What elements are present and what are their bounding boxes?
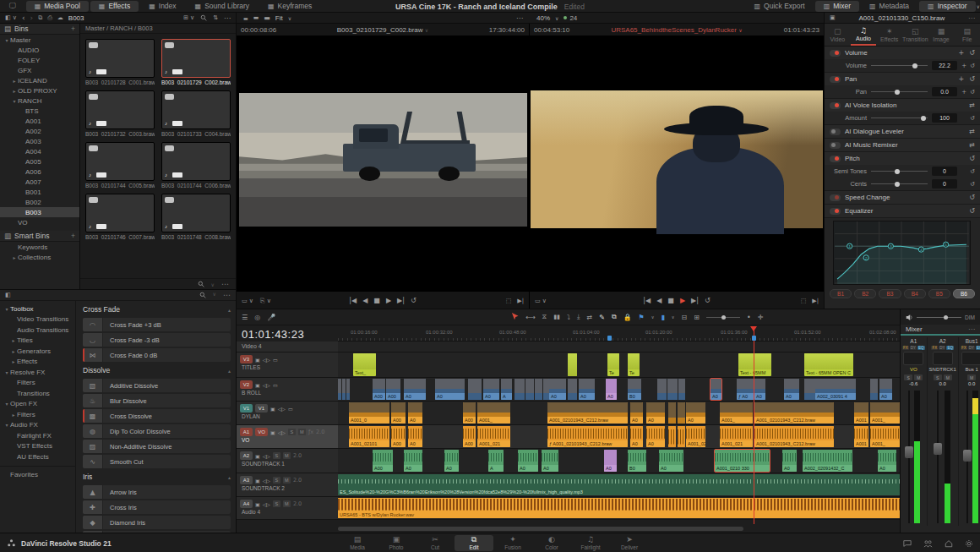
mute-button[interactable]: M: [283, 452, 291, 459]
link-icon[interactable]: ⧉: [612, 313, 617, 321]
eq-band-b6[interactable]: B6: [953, 289, 975, 298]
timeline-clip[interactable]: [804, 379, 815, 400]
autoselect-icon[interactable]: ◁▷: [263, 382, 270, 388]
step-back-icon[interactable]: ◀: [656, 297, 662, 304]
track-header-audio-4[interactable]: A4▣◁▷SM2.0Audio 4: [237, 497, 338, 520]
timeline-marker[interactable]: [607, 336, 612, 341]
cloud-icon[interactable]: ☁: [57, 14, 63, 21]
dynamic-trim-icon[interactable]: ⧖: [542, 313, 547, 321]
timeline-clip[interactable]: A0: [646, 426, 665, 447]
settings-icon[interactable]: ⇄: [969, 101, 975, 109]
slider-knob[interactable]: [895, 169, 900, 174]
mute-button[interactable]: M: [283, 477, 291, 484]
tab-file[interactable]: ▤File: [954, 24, 980, 46]
bin-old-proxy[interactable]: ▸OLD PROXY: [0, 85, 79, 96]
media-clip[interactable]: ♪B003_02101744_C005.braw: [85, 142, 155, 189]
timeline-view-options-icon[interactable]: ☰: [242, 314, 248, 321]
solo-button[interactable]: S: [288, 429, 296, 435]
timeline-clip[interactable]: A0: [579, 379, 595, 400]
timeline-clip[interactable]: ƒ A0: [737, 379, 754, 400]
chip-eq[interactable]: EQ: [917, 346, 925, 350]
toggle-ai-music-remixer[interactable]: [830, 142, 841, 149]
select-mode-icon[interactable]: [511, 313, 519, 321]
timeline-clip[interactable]: A0: [782, 450, 797, 472]
lock-icon[interactable]: ▣: [270, 429, 275, 435]
timeline-clip[interactable]: A0: [630, 426, 643, 447]
top-button-inspector[interactable]: ▥Inspector: [919, 1, 976, 12]
solo-button[interactable]: S: [904, 374, 912, 380]
track-badge-a1[interactable]: A1: [240, 428, 253, 436]
track-fx-icon[interactable]: ƒx: [308, 429, 313, 435]
page-tab-photo[interactable]: ▣Photo: [377, 533, 416, 552]
source-clip-name[interactable]: B003_02101729_C002.braw ∨: [276, 26, 488, 34]
param-value[interactable]: 100: [932, 113, 957, 123]
expander-icon[interactable]: ▾: [11, 98, 18, 104]
track-lane-vo[interactable]: A001_02101A00A0A00A001_021ƒ A001_0210194…: [338, 425, 900, 449]
source-options-icon[interactable]: ⋯: [516, 14, 523, 22]
toggle-equalizer[interactable]: [830, 208, 841, 215]
timeline-clip[interactable]: A0: [404, 379, 426, 400]
thumb-icon[interactable]: ▭: [273, 357, 278, 363]
autoselect-icon[interactable]: ◁▷: [278, 406, 286, 412]
track-badge-a2[interactable]: A2: [240, 451, 253, 460]
fx-item-cross-fade-3-db[interactable]: ◡Cross Fade -3 dB: [83, 333, 231, 347]
slider-knob[interactable]: [895, 182, 900, 187]
bin-audio[interactable]: AUDIO: [0, 45, 79, 55]
lock-icon[interactable]: ▣: [255, 453, 260, 459]
track-header-soundtrack-1[interactable]: A2▣◁▷SM2.0SOUNDTRACK 1: [237, 449, 338, 473]
fx-tree-fairlight-fx[interactable]: Fairlight FX: [0, 430, 75, 441]
track-lane-titles[interactable]: Text_TeTeText - 65MMText - 65MM OPEN C: [338, 353, 900, 378]
timeline-clip[interactable]: B0: [628, 379, 641, 400]
track-header-soundtrack-2[interactable]: A3▣◁▷SM2.0SOUNDTRACK 2: [237, 473, 338, 497]
playhead[interactable]: [754, 327, 754, 524]
zoom-in-icon[interactable]: ⊞: [694, 314, 700, 321]
timeline-clip[interactable]: A00: [373, 379, 385, 400]
timeline-scrollbar[interactable]: [338, 527, 743, 531]
pan-control[interactable]: [961, 352, 980, 365]
expander-icon[interactable]: ▸: [11, 88, 18, 94]
expander-icon[interactable]: ▸: [11, 78, 18, 84]
search-icon[interactable]: [200, 14, 207, 22]
reset-icon[interactable]: ↺: [970, 63, 975, 69]
page-tab-cut[interactable]: ✂Cut: [416, 533, 455, 552]
chat-icon[interactable]: [903, 539, 912, 548]
fx-tree-video-transitions[interactable]: Video Transitions: [0, 314, 75, 325]
bin-a005[interactable]: A005: [0, 156, 79, 167]
page-tab-deliver[interactable]: ➤Deliver: [610, 533, 649, 552]
speaker-icon[interactable]: [906, 314, 913, 321]
sort-icon[interactable]: ⇅: [213, 14, 218, 22]
timeline-clip[interactable]: A001_0: [349, 402, 389, 424]
timeline-clip[interactable]: [668, 402, 676, 424]
forward-icon[interactable]: ›: [30, 14, 34, 22]
pan-control[interactable]: [903, 352, 923, 365]
chip-fx[interactable]: FX: [902, 346, 909, 350]
bin-ranch[interactable]: ▾RANCH: [0, 96, 79, 106]
lock-icon[interactable]: ▣: [255, 478, 260, 484]
timeline-clip[interactable]: A0: [879, 379, 892, 400]
play-icon[interactable]: ▶: [680, 297, 685, 304]
track-header-video-4[interactable]: Video 4: [237, 342, 338, 353]
timeline-clip[interactable]: A001_: [720, 402, 753, 424]
section-header[interactable]: AI Voice Isolation⇄: [825, 99, 980, 112]
panel-collapse-icon[interactable]: ◧: [5, 292, 11, 298]
bin-master[interactable]: ▾Master: [0, 35, 79, 45]
slider-knob[interactable]: [921, 116, 926, 121]
bin-a007[interactable]: A007: [0, 177, 79, 187]
options-icon[interactable]: ⋯: [223, 291, 231, 299]
timeline-clip[interactable]: A0: [408, 402, 422, 424]
bin-iceland[interactable]: ▸ICELAND: [0, 75, 79, 85]
toggle-ai-voice-isolation[interactable]: [830, 102, 841, 109]
fader-handle[interactable]: [905, 446, 913, 458]
top-button-keyframes[interactable]: ▦Keyframes: [259, 1, 320, 12]
source-zoom-select[interactable]: Fit: [275, 14, 283, 22]
mixer-strip-bus1[interactable]: Bus1FXDYEQBus 1M0.0: [959, 337, 980, 526]
add-keyframe-icon[interactable]: +: [959, 49, 965, 57]
timeline-clip[interactable]: Text - 65MM OPEN C: [804, 353, 853, 376]
jump-end-icon[interactable]: ▶|: [691, 297, 699, 304]
timeline-clip[interactable]: A002_02091432_C: [803, 450, 852, 472]
track-header-vo[interactable]: A1VO▣◁▷SMƒx2.0VO: [237, 425, 338, 449]
fx-tree-generators[interactable]: ▸Generators: [0, 346, 75, 357]
collapse-icon[interactable]: ▴: [228, 307, 231, 313]
section-header[interactable]: AI Dialogue Leveler⇄: [825, 125, 980, 138]
reset-icon[interactable]: ↺: [970, 115, 975, 122]
